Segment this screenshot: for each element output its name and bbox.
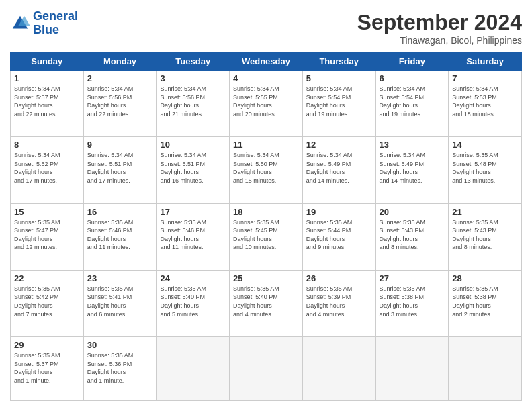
col-saturday: Saturday bbox=[449, 53, 522, 71]
day-info: Sunrise: 5:34 AM Sunset: 5:53 PM Dayligh… bbox=[452, 85, 518, 118]
day-info: Sunrise: 5:35 AM Sunset: 5:43 PM Dayligh… bbox=[380, 218, 445, 252]
table-row: 23 Sunrise: 5:35 AM Sunset: 5:41 PM Dayl… bbox=[83, 270, 157, 336]
day-info: Sunrise: 5:34 AM Sunset: 5:51 PM Dayligh… bbox=[160, 151, 226, 185]
day-info: Sunrise: 5:34 AM Sunset: 5:49 PM Dayligh… bbox=[380, 151, 445, 185]
day-info: Sunrise: 5:34 AM Sunset: 5:57 PM Dayligh… bbox=[14, 85, 80, 118]
table-row: 25 Sunrise: 5:35 AM Sunset: 5:40 PM Dayl… bbox=[230, 270, 303, 336]
day-number: 23 bbox=[87, 273, 153, 283]
day-number: 12 bbox=[306, 140, 372, 150]
logo-line2: Blue bbox=[33, 23, 59, 36]
day-info: Sunrise: 5:34 AM Sunset: 5:49 PM Dayligh… bbox=[306, 151, 372, 185]
table-row: 28 Sunrise: 5:35 AM Sunset: 5:38 PM Dayl… bbox=[449, 270, 522, 336]
day-number: 6 bbox=[380, 73, 445, 83]
day-number: 20 bbox=[380, 207, 445, 217]
day-number: 29 bbox=[14, 340, 80, 350]
day-info: Sunrise: 5:34 AM Sunset: 5:52 PM Dayligh… bbox=[14, 151, 80, 185]
day-info: Sunrise: 5:35 AM Sunset: 5:36 PM Dayligh… bbox=[87, 351, 153, 385]
table-row bbox=[157, 337, 230, 401]
table-row: 22 Sunrise: 5:35 AM Sunset: 5:42 PM Dayl… bbox=[11, 270, 84, 336]
table-row: 4 Sunrise: 5:34 AM Sunset: 5:55 PM Dayli… bbox=[230, 71, 303, 137]
day-info: Sunrise: 5:34 AM Sunset: 5:54 PM Dayligh… bbox=[380, 85, 445, 118]
day-number: 28 bbox=[452, 273, 518, 283]
table-row: 21 Sunrise: 5:35 AM Sunset: 5:43 PM Dayl… bbox=[449, 203, 522, 270]
table-row bbox=[375, 337, 449, 401]
day-info: Sunrise: 5:35 AM Sunset: 5:39 PM Dayligh… bbox=[306, 285, 372, 318]
day-info: Sunrise: 5:35 AM Sunset: 5:41 PM Dayligh… bbox=[87, 285, 153, 318]
logo-text: General Blue bbox=[33, 10, 78, 37]
day-number: 5 bbox=[306, 73, 372, 83]
table-row bbox=[302, 337, 375, 401]
day-info: Sunrise: 5:35 AM Sunset: 5:45 PM Dayligh… bbox=[233, 218, 299, 252]
day-number: 4 bbox=[233, 73, 299, 83]
table-row: 26 Sunrise: 5:35 AM Sunset: 5:39 PM Dayl… bbox=[302, 270, 375, 336]
day-number: 8 bbox=[14, 140, 80, 150]
day-number: 2 bbox=[87, 73, 153, 83]
day-number: 3 bbox=[160, 73, 226, 83]
title-block: September 2024 Tinawagan, Bicol, Philipp… bbox=[357, 10, 522, 46]
table-row: 30 Sunrise: 5:35 AM Sunset: 5:36 PM Dayl… bbox=[83, 337, 157, 401]
table-row: 15 Sunrise: 5:35 AM Sunset: 5:47 PM Dayl… bbox=[11, 203, 84, 270]
page: General Blue September 2024 Tinawagan, B… bbox=[0, 0, 532, 411]
day-number: 10 bbox=[160, 140, 226, 150]
table-row: 24 Sunrise: 5:35 AM Sunset: 5:40 PM Dayl… bbox=[157, 270, 230, 336]
table-row: 3 Sunrise: 5:34 AM Sunset: 5:56 PM Dayli… bbox=[157, 71, 230, 137]
table-row: 12 Sunrise: 5:34 AM Sunset: 5:49 PM Dayl… bbox=[302, 137, 375, 203]
day-number: 1 bbox=[14, 73, 80, 83]
day-number: 17 bbox=[160, 207, 226, 217]
day-number: 15 bbox=[14, 207, 80, 217]
day-number: 30 bbox=[87, 340, 153, 350]
col-thursday: Thursday bbox=[302, 53, 375, 71]
day-info: Sunrise: 5:35 AM Sunset: 5:43 PM Dayligh… bbox=[452, 218, 518, 252]
table-row: 14 Sunrise: 5:35 AM Sunset: 5:48 PM Dayl… bbox=[449, 137, 522, 203]
day-number: 9 bbox=[87, 140, 153, 150]
col-monday: Monday bbox=[83, 53, 157, 71]
table-row: 19 Sunrise: 5:35 AM Sunset: 5:44 PM Dayl… bbox=[302, 203, 375, 270]
table-row: 13 Sunrise: 5:34 AM Sunset: 5:49 PM Dayl… bbox=[375, 137, 449, 203]
day-number: 19 bbox=[306, 207, 372, 217]
day-number: 27 bbox=[380, 273, 445, 283]
table-row: 7 Sunrise: 5:34 AM Sunset: 5:53 PM Dayli… bbox=[449, 71, 522, 137]
calendar-header-row: Sunday Monday Tuesday Wednesday Thursday… bbox=[11, 53, 522, 71]
day-number: 14 bbox=[452, 140, 518, 150]
day-info: Sunrise: 5:34 AM Sunset: 5:55 PM Dayligh… bbox=[233, 85, 299, 118]
day-number: 16 bbox=[87, 207, 153, 217]
table-row: 6 Sunrise: 5:34 AM Sunset: 5:54 PM Dayli… bbox=[375, 71, 449, 137]
table-row: 8 Sunrise: 5:34 AM Sunset: 5:52 PM Dayli… bbox=[11, 137, 84, 203]
day-number: 18 bbox=[233, 207, 299, 217]
col-sunday: Sunday bbox=[11, 53, 84, 71]
day-info: Sunrise: 5:35 AM Sunset: 5:44 PM Dayligh… bbox=[306, 218, 372, 252]
col-friday: Friday bbox=[375, 53, 449, 71]
table-row: 20 Sunrise: 5:35 AM Sunset: 5:43 PM Dayl… bbox=[375, 203, 449, 270]
day-info: Sunrise: 5:34 AM Sunset: 5:51 PM Dayligh… bbox=[87, 151, 153, 185]
day-number: 25 bbox=[233, 273, 299, 283]
table-row bbox=[230, 337, 303, 401]
logo-icon bbox=[10, 13, 30, 34]
day-info: Sunrise: 5:34 AM Sunset: 5:56 PM Dayligh… bbox=[160, 85, 226, 118]
logo-line1: General bbox=[33, 9, 78, 23]
location: Tinawagan, Bicol, Philippines bbox=[357, 35, 522, 46]
day-info: Sunrise: 5:35 AM Sunset: 5:46 PM Dayligh… bbox=[160, 218, 226, 252]
calendar: Sunday Monday Tuesday Wednesday Thursday… bbox=[10, 52, 522, 401]
table-row: 16 Sunrise: 5:35 AM Sunset: 5:46 PM Dayl… bbox=[83, 203, 157, 270]
table-row: 27 Sunrise: 5:35 AM Sunset: 5:38 PM Dayl… bbox=[375, 270, 449, 336]
day-number: 13 bbox=[380, 140, 445, 150]
logo: General Blue bbox=[10, 10, 78, 37]
table-row: 9 Sunrise: 5:34 AM Sunset: 5:51 PM Dayli… bbox=[83, 137, 157, 203]
table-row bbox=[449, 337, 522, 401]
table-row: 2 Sunrise: 5:34 AM Sunset: 5:56 PM Dayli… bbox=[83, 71, 157, 137]
col-tuesday: Tuesday bbox=[157, 53, 230, 71]
day-info: Sunrise: 5:35 AM Sunset: 5:48 PM Dayligh… bbox=[452, 151, 518, 185]
table-row: 5 Sunrise: 5:34 AM Sunset: 5:54 PM Dayli… bbox=[302, 71, 375, 137]
table-row: 17 Sunrise: 5:35 AM Sunset: 5:46 PM Dayl… bbox=[157, 203, 230, 270]
table-row: 11 Sunrise: 5:34 AM Sunset: 5:50 PM Dayl… bbox=[230, 137, 303, 203]
day-number: 26 bbox=[306, 273, 372, 283]
day-info: Sunrise: 5:34 AM Sunset: 5:56 PM Dayligh… bbox=[87, 85, 153, 118]
day-info: Sunrise: 5:35 AM Sunset: 5:38 PM Dayligh… bbox=[452, 285, 518, 318]
header: General Blue September 2024 Tinawagan, B… bbox=[10, 10, 522, 46]
table-row: 18 Sunrise: 5:35 AM Sunset: 5:45 PM Dayl… bbox=[230, 203, 303, 270]
col-wednesday: Wednesday bbox=[230, 53, 303, 71]
day-info: Sunrise: 5:34 AM Sunset: 5:50 PM Dayligh… bbox=[233, 151, 299, 185]
table-row: 1 Sunrise: 5:34 AM Sunset: 5:57 PM Dayli… bbox=[11, 71, 84, 137]
day-info: Sunrise: 5:34 AM Sunset: 5:54 PM Dayligh… bbox=[306, 85, 372, 118]
day-info: Sunrise: 5:35 AM Sunset: 5:46 PM Dayligh… bbox=[87, 218, 153, 252]
